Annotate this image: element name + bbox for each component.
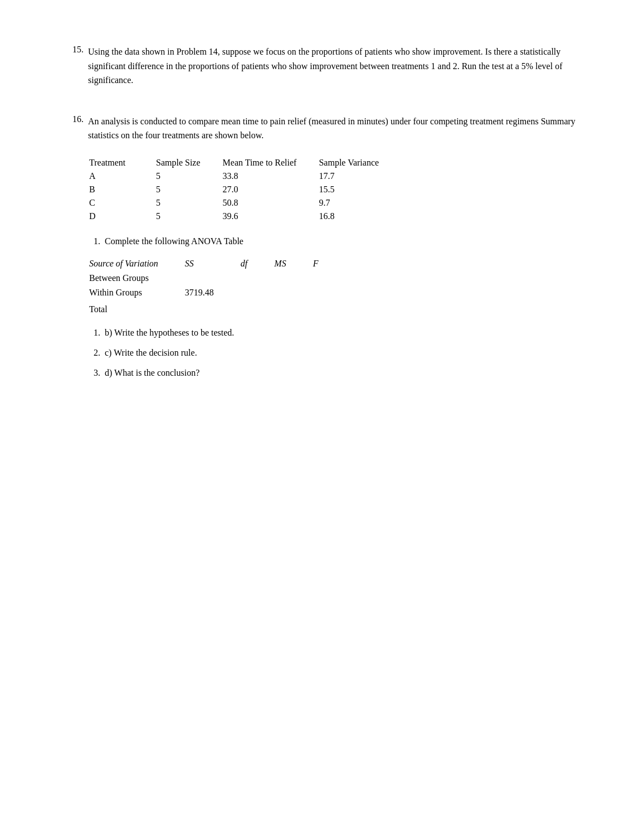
anova-col-f: F	[313, 256, 345, 271]
sub-question-c-number: 2.	[89, 348, 100, 358]
table-row: C 5 50.8 9.7	[89, 196, 401, 210]
anova-within-groups-label: Within Groups	[89, 285, 185, 300]
treatment-c-var: 9.7	[319, 196, 401, 210]
question-15: 15. Using the data shown in Problem 14, …	[67, 45, 588, 88]
treatment-c-size: 5	[156, 196, 223, 210]
anova-total-row: Total	[89, 304, 588, 314]
sub-questions-bcd: 1. b) Write the hypotheses to be tested.…	[89, 328, 588, 378]
sub-question-1-number: 1.	[89, 236, 100, 246]
anova-between-ms	[274, 271, 313, 285]
anova-between-groups-label: Between Groups	[89, 271, 185, 285]
question-16-number: 16.	[67, 114, 84, 143]
treatment-c-mean: 50.8	[223, 196, 319, 210]
sub-question-1-wrapper: 1. Complete the following ANOVA Table So…	[89, 236, 588, 314]
treatment-table-wrapper: Treatment Sample Size Mean Time to Relie…	[78, 156, 588, 223]
anova-within-f	[313, 285, 345, 300]
anova-within-ms	[274, 285, 313, 300]
col-mean-time-header: Mean Time to Relief	[223, 156, 319, 169]
anova-col-source: Source of Variation	[89, 256, 185, 271]
treatment-b-label: B	[89, 183, 156, 196]
question-15-text: Using the data shown in Problem 14, supp…	[88, 45, 588, 88]
sub-question-c-text: c) Write the decision rule.	[105, 348, 197, 358]
sub-question-b-text: b) Write the hypotheses to be tested.	[105, 328, 234, 338]
anova-within-df	[241, 285, 274, 300]
anova-between-f	[313, 271, 345, 285]
question-15-number: 15.	[67, 45, 84, 88]
anova-header-row: Source of Variation SS df MS F	[89, 256, 345, 271]
sub-question-b: 1. b) Write the hypotheses to be tested.	[89, 328, 588, 338]
table-row: A 5 33.8 17.7	[89, 169, 401, 183]
anova-between-df	[241, 271, 274, 285]
sub-question-d-text: d) What is the conclusion?	[105, 368, 199, 378]
treatment-d-mean: 39.6	[223, 210, 319, 223]
anova-table: Source of Variation SS df MS F Between G…	[89, 256, 345, 300]
col-sample-var-header: Sample Variance	[319, 156, 401, 169]
sub-question-c: 2. c) Write the decision rule.	[89, 348, 588, 358]
anova-col-ss: SS	[185, 256, 241, 271]
anova-total-label: Total	[89, 304, 108, 314]
sub-question-d-number: 3.	[89, 368, 100, 378]
sub-question-d: 3. d) What is the conclusion?	[89, 368, 588, 378]
table-row: B 5 27.0 15.5	[89, 183, 401, 196]
anova-between-groups-row: Between Groups	[89, 271, 345, 285]
treatment-c-label: C	[89, 196, 156, 210]
anova-col-df: df	[241, 256, 274, 271]
treatment-d-label: D	[89, 210, 156, 223]
table-row: D 5 39.6 16.8	[89, 210, 401, 223]
question-16: 16. An analysis is conducted to compare …	[67, 114, 588, 378]
treatment-a-size: 5	[156, 169, 223, 183]
treatment-data-table: Treatment Sample Size Mean Time to Relie…	[89, 156, 401, 223]
treatment-b-var: 15.5	[319, 183, 401, 196]
table-header-row: Treatment Sample Size Mean Time to Relie…	[89, 156, 401, 169]
col-treatment-header: Treatment	[89, 156, 156, 169]
anova-between-ss	[185, 271, 241, 285]
sub-question-b-number: 1.	[89, 328, 100, 338]
col-sample-size-header: Sample Size	[156, 156, 223, 169]
treatment-b-size: 5	[156, 183, 223, 196]
treatment-a-var: 17.7	[319, 169, 401, 183]
question-16-text: An analysis is conducted to compare mean…	[88, 114, 588, 143]
anova-within-groups-row: Within Groups 3719.48	[89, 285, 345, 300]
treatment-d-size: 5	[156, 210, 223, 223]
anova-col-ms: MS	[274, 256, 313, 271]
treatment-a-mean: 33.8	[223, 169, 319, 183]
treatment-b-mean: 27.0	[223, 183, 319, 196]
sub-question-1-text: Complete the following ANOVA Table	[105, 236, 243, 246]
sub-question-1: 1. Complete the following ANOVA Table	[89, 236, 588, 246]
treatment-d-var: 16.8	[319, 210, 401, 223]
treatment-a-label: A	[89, 169, 156, 183]
anova-within-ss: 3719.48	[185, 285, 241, 300]
